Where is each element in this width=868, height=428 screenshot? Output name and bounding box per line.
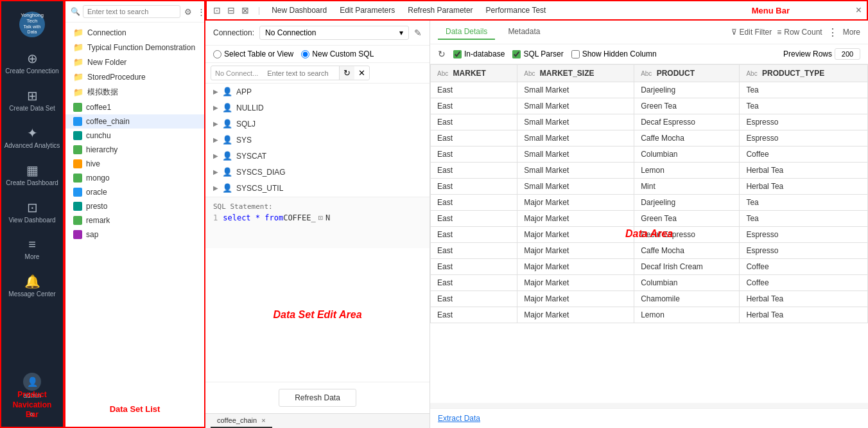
table-cell: Major Market [517,275,634,291]
edit-connection-button[interactable]: ✎ [414,28,422,38]
table-cell: East [431,163,517,179]
hidden-column-checkbox[interactable]: Show Hidden Column [571,49,657,58]
schema-user-icon: 👤 [222,135,232,145]
performance-test-button[interactable]: Performance Test [482,4,550,17]
table-cell: East [431,243,517,259]
sidebar-item-message-center[interactable]: 🔔 Message Center [1,267,63,305]
schema-item-sys[interactable]: ▶ 👤 SYS [205,132,430,148]
filter-icon: ⊽ [731,28,737,37]
refresh-parameter-button[interactable]: Refresh Parameter [404,4,476,17]
table-row: EastMajor MarketLemonHerbal Tea [431,307,868,323]
sql-table-name: COFFEE_ [283,213,316,222]
tab-metadata[interactable]: Metadata [500,24,548,40]
table-cell: East [431,147,517,163]
sql-parser-checkbox[interactable]: SQL Parser [512,49,563,58]
radio-table-option[interactable]: Select Table or View [213,49,293,58]
folder-label: Connection [87,28,126,37]
folder-simulated-data[interactable]: 📁 模拟数据 [65,84,204,100]
table-cell: Espresso [740,243,868,259]
preview-rows-input[interactable] [835,48,860,60]
folder-new-folder[interactable]: 📁 New Folder [65,55,204,69]
table-cell: East [431,227,517,243]
sidebar-item-more[interactable]: ≡ More [1,231,63,267]
tab-data-details[interactable]: Data Details [438,24,495,40]
schema-close-button[interactable]: ✕ [354,66,369,80]
save-as-button[interactable]: ⊟ [226,4,236,17]
sidebar-item-create-connection[interactable]: ⊕ Create Connection [1,44,63,82]
hidden-column-input[interactable] [571,50,580,58]
sidebar-item-create-dataset[interactable]: ⊞ Create Data Set [1,82,63,119]
list-item-oracle[interactable]: oracle [65,185,204,199]
schema-item-syscat[interactable]: ▶ 👤 SYSCAT [205,148,430,164]
connection-select[interactable]: No Connection ▾ [259,26,409,40]
app-logo: YonghongTechTalk with Data [13,6,51,42]
schema-item-sqlj[interactable]: ▶ 👤 SQLJ [205,116,430,132]
horizontal-scrollbar[interactable] [430,403,868,408]
list-item-remark[interactable]: remark [65,213,204,227]
folder-typical-function[interactable]: 📁 Typical Function Demonstration [65,40,204,55]
list-item-hive[interactable]: hive [65,157,204,171]
table-row: EastSmall MarketGreen TeaTea [431,98,868,114]
folder-connection[interactable]: 📁 Connection [65,25,204,40]
new-dashboard-button[interactable]: New Dashboard [268,4,331,17]
product-navigation-bar: YonghongTechTalk with Data ⊕ Create Conn… [0,0,64,428]
table-row: EastMajor MarketDecaf Irish CreamCoffee [431,259,868,275]
dataset-type-icon [73,174,82,183]
table-cell: Caffe Mocha [634,130,740,147]
user-avatar-icon: 👤 [23,373,41,391]
refresh-data-icon-button[interactable]: ↻ [438,49,446,59]
schema-item-nullid[interactable]: ▶ 👤 NULLID [205,100,430,116]
sidebar-item-create-dashboard[interactable]: ▦ Create Dashboard [1,156,63,193]
sql-parser-label: SQL Parser [523,49,563,58]
sidebar-item-view-dashboard[interactable]: ⊡ View Dashboard [1,193,63,231]
table-cell: Mint [634,179,740,195]
edit-tab-coffee-chain[interactable]: coffee_chain × [211,414,272,428]
edit-filter-button[interactable]: ⊽ Edit Filter [731,28,772,37]
data-toolbar: Data Details Metadata ⊽ Edit Filter ≡ Ro… [430,21,868,44]
export-button[interactable]: ⊠ [240,4,250,17]
refresh-data-button[interactable]: Refresh Data [279,389,356,407]
edit-parameters-button[interactable]: Edit Parameters [336,4,399,17]
folder-icon: 📁 [73,42,83,52]
row-count-button[interactable]: ≡ Row Count [777,28,822,37]
schema-refresh-button[interactable]: ↻ [339,66,354,80]
schema-item-syscs-util[interactable]: ▶ 👤 SYSCS_UTIL [205,180,430,196]
in-database-label: In-database [464,49,505,58]
tab-close-button[interactable]: × [261,416,265,424]
list-item-cunchu[interactable]: cunchu [65,129,204,143]
data-table-container: Abc MARKET Abc MARKET_SIZE Abc PRODUCT [430,64,868,403]
table-cell: Herbal Tea [740,307,868,323]
list-item-sap[interactable]: sap [65,227,204,242]
folder-stored-procedure[interactable]: 📁 StoredProcedure [65,69,204,84]
table-cell: Major Market [517,291,634,307]
list-item-coffee1[interactable]: coffee1 [65,100,204,114]
col-type-product-type: Abc [746,70,757,77]
table-row: EastMajor MarketGreen TeaTea [431,211,868,227]
table-cell: Darjeeling [634,195,740,211]
list-item-presto[interactable]: presto [65,199,204,213]
radio-sql-input[interactable] [301,50,309,58]
radio-sql-option[interactable]: New Custom SQL [301,49,374,58]
schema-list: ▶ 👤 APP ▶ 👤 NULLID ▶ 👤 SQLJ [205,84,430,197]
schema-item-syscs-diag[interactable]: ▶ 👤 SYSCS_DIAG [205,164,430,180]
sql-parser-input[interactable] [512,50,521,58]
bell-icon: 🔔 [24,274,40,289]
in-database-input[interactable] [453,50,462,58]
schema-item-app[interactable]: ▶ 👤 APP [205,84,430,100]
dataset-settings-button[interactable]: ⚙ [183,6,193,18]
more-options-button[interactable]: ⋮ [828,26,838,39]
sidebar-item-advanced-analytics[interactable]: ✦ Advanced Analytics [1,119,63,156]
dataset-search-input[interactable] [83,5,180,18]
close-button[interactable]: × [856,4,862,16]
in-database-checkbox[interactable]: In-database [453,49,505,58]
list-item-coffee-chain[interactable]: coffee_chain [65,114,204,129]
save-button[interactable]: ⊡ [212,4,222,17]
logo-text: YonghongTechTalk with Data [19,13,45,35]
list-item-hierarchy[interactable]: hierarchy [65,143,204,157]
schema-search-input[interactable] [262,67,339,79]
list-item-mongo[interactable]: mongo [65,171,204,185]
radio-table-input[interactable] [213,50,221,58]
dataset-name: mongo [86,174,110,183]
extract-data-link[interactable]: Extract Data [430,408,868,428]
edit-tab-bar: coffee_chain × [205,413,430,428]
